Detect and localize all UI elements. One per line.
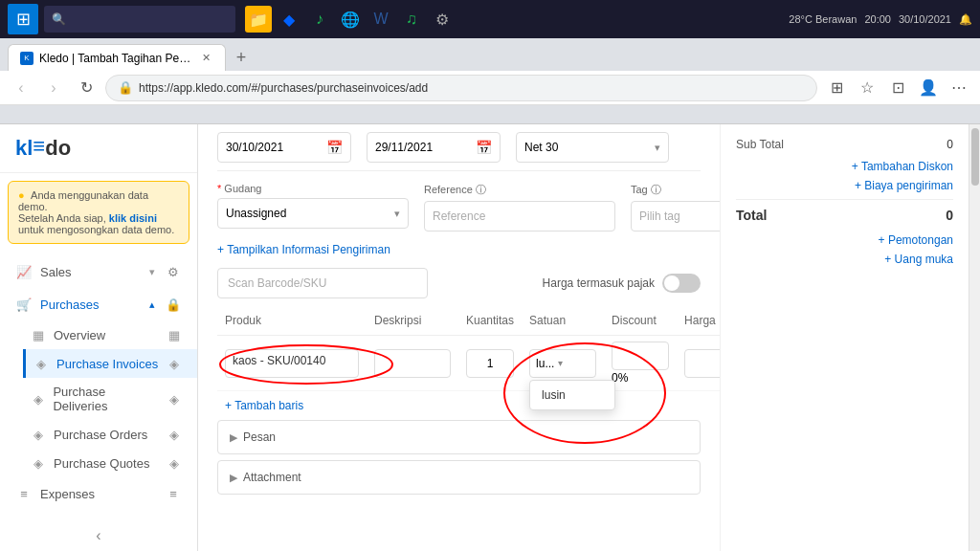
reference-placeholder: Reference [433,209,485,223]
notification-icon[interactable]: 🔔 [959,13,972,26]
tax-toggle[interactable] [662,274,701,293]
scan-barcode-input[interactable]: Scan Barcode/SKU [217,268,428,298]
satuan-option-lusin[interactable]: lusin [530,381,614,409]
tambahan-diskon-button[interactable]: + Tambahan Diskon [736,157,953,176]
th-kuantitas: Kuantitas [458,306,522,336]
pesan-header[interactable]: ▶ Pesan [218,421,700,453]
address-bar[interactable]: 🔒 https://app.kledo.com/#/purchases/purc… [105,75,817,101]
taskbar-right: 28°C Berawan 20:00 30/10/2021 🔔 [789,13,972,26]
refresh-button[interactable]: ↻ [73,75,100,101]
date-row: 30/10/2021 📅 29/11/2021 📅 Net 30 ▾ [217,124,701,171]
deskripsi-input[interactable] [374,349,451,378]
extensions-button[interactable]: ⊞ [823,75,850,101]
satuan-cell: lu... ▾ lusin [522,336,604,391]
profile-button[interactable]: 👤 [915,75,942,101]
tag-input[interactable]: Pilih tag [631,201,720,231]
menu-button[interactable]: ⋯ [946,75,972,101]
reference-input[interactable]: Reference [424,201,615,231]
taskbar-search[interactable]: 🔍 [44,6,235,33]
attachment-chevron: ▶ [230,472,237,484]
file-explorer-icon[interactable]: 📁 [245,6,272,33]
demo-line1: Anda menggunakan data demo. [18,189,148,212]
sidebar: kl≡do ● Anda menggunakan data demo. Sete… [0,124,198,551]
attachment-header[interactable]: ▶ Attachment [218,461,700,494]
dropbox-icon[interactable]: ◆ [276,6,302,33]
browser-tab-active[interactable]: K Kledo | Tambah Tagihan Pembe... ✕ [8,44,226,71]
collections-button[interactable]: ⊡ [884,75,911,101]
purchase-invoices-settings-icon: ◈ [167,356,182,371]
word-icon[interactable]: W [368,6,394,33]
harga-input[interactable] [684,349,720,378]
spotify-icon[interactable]: ♫ [398,6,425,33]
toggle-knob [664,276,679,291]
sidebar-item-products[interactable]: 🏷 Products 🏷 [0,510,197,520]
sidebar-sub-purchase-deliveries[interactable]: ◈ Purchase Deliveries ◈ [23,378,197,420]
tab-favicon: K [20,52,33,65]
start-button[interactable]: ⊞ [8,4,38,34]
add-row-label: + Tambah baris [225,399,303,412]
add-row-button[interactable]: + Tambah baris [217,391,701,420]
satuan-chevron: ▾ [558,358,563,368]
demo-line3: untuk mengosongkan data demo. [18,224,174,235]
satuan-dropdown: lusin [529,380,615,410]
purchases-submenu: ▦ Overview ▦ ◈ Purchase Invoices ◈ ◈ Pur… [0,320,197,477]
favorites-button[interactable]: ☆ [854,75,880,101]
biaya-pengiriman-button[interactable]: + Biaya pengiriman [736,176,953,195]
products-settings-icon: 🏷 [165,518,182,520]
browser-icon[interactable]: 🌐 [337,6,364,33]
net-select[interactable]: Net 30 ▾ [516,132,669,163]
sidebar-sub-overview[interactable]: ▦ Overview ▦ [23,320,197,349]
overview-settings-icon: ▦ [167,327,182,342]
sales-chevron: ▾ [149,266,155,278]
weather-display: 28°C Berawan [789,13,857,25]
scrollbar[interactable] [969,124,980,551]
show-delivery-label: + Tampilkan Informasi Pengiriman [217,243,390,256]
sidebar-item-expenses[interactable]: ≡ Expenses ≡ [0,477,197,510]
sidebar-item-purchases[interactable]: 🛒 Purchases ▴ 🔒 [0,288,197,320]
back-button[interactable]: ‹ [8,75,34,101]
app-logo: kl≡do [15,136,182,161]
sidebar-sub-purchase-quotes[interactable]: ◈ Purchase Quotes ◈ [23,449,197,477]
sidebar-sub-purchase-orders[interactable]: ◈ Purchase Orders ◈ [23,420,197,449]
kuantitas-input[interactable] [466,349,514,378]
subtotal-row: Sub Total 0 [736,132,953,157]
satuan-select[interactable]: lu... ▾ [529,349,596,378]
demo-link[interactable]: klik disini [109,212,157,224]
show-delivery-button[interactable]: + Tampilkan Informasi Pengiriman [217,243,701,256]
date1-input[interactable]: 30/10/2021 📅 [217,132,351,163]
expenses-icon: ≡ [15,485,33,502]
sidebar-collapse-button[interactable]: ‹ [87,524,110,547]
new-tab-button[interactable]: + [228,44,255,71]
tab-title: Kledo | Tambah Tagihan Pembe... [39,52,192,65]
sidebar-sub-purchase-invoices[interactable]: ◈ Purchase Invoices ◈ [23,349,197,378]
demo-line2: Setelah Anda siap, [18,212,106,224]
gudang-select[interactable]: Unassigned ▾ [217,198,409,229]
tambahan-diskon-label: + Tambahan Diskon [852,160,953,173]
produk-input[interactable] [225,349,359,378]
date-display: 30/10/2021 [899,13,951,25]
uang-muka-button[interactable]: + Uang muka [736,250,953,269]
net-group: Net 30 ▾ [516,132,669,163]
discount-input[interactable] [612,342,669,370]
date2-input[interactable]: 29/11/2021 📅 [367,132,501,163]
summary-panel: Sub Total 0 + Tambahan Diskon + Biaya pe… [720,124,969,551]
purchase-quotes-label: Purchase Quotes [54,456,149,471]
biaya-pengiriman-label: + Biaya pengiriman [855,179,953,192]
purchases-label: Purchases [40,298,99,312]
settings-icon[interactable]: ⚙ [429,6,456,33]
satuan-value: lu... [536,357,554,370]
table-row: kaos - SKU/00140 [217,336,720,391]
tab-close-button[interactable]: ✕ [198,51,213,66]
sidebar-item-sales[interactable]: 📈 Sales ▾ ⚙ [0,255,197,288]
forward-button[interactable]: › [40,75,67,101]
browser-chrome: K Kledo | Tambah Tagihan Pembe... ✕ + ‹ … [0,38,980,124]
th-produk: Produk [217,306,367,336]
pemotongan-button[interactable]: + Pemotongan [736,231,953,250]
gudang-label: Gudang [217,183,409,194]
subtotal-label: Sub Total [736,138,784,151]
sidebar-nav: 📈 Sales ▾ ⚙ 🛒 Purchases ▴ 🔒 ▦ Overview ▦… [0,252,197,520]
products-icon: 🏷 [15,518,33,520]
music-icon[interactable]: ♪ [306,6,333,33]
subtotal-value: 0 [947,138,953,151]
purchase-deliveries-settings-icon: ◈ [167,391,182,407]
